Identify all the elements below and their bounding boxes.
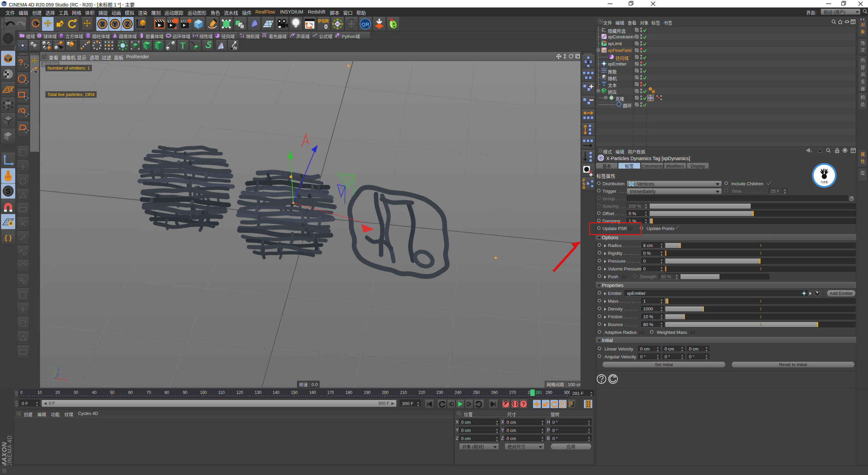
svg-text:Z: Z bbox=[58, 367, 60, 371]
svg-text:Y: Y bbox=[113, 21, 117, 28]
svg-text:PSR: PSR bbox=[318, 18, 329, 24]
svg-text:x: x bbox=[604, 78, 606, 80]
svg-text:{ }: { } bbox=[4, 234, 12, 242]
svg-text:X: X bbox=[100, 21, 104, 28]
svg-text:?: ? bbox=[18, 58, 23, 67]
svg-text:Y: Y bbox=[52, 366, 55, 369]
svg-text:行走者: 行走者 bbox=[821, 180, 828, 184]
svg-text:X: X bbox=[64, 378, 66, 382]
svg-text:T: T bbox=[180, 40, 185, 51]
svg-text:0: 0 bbox=[324, 23, 328, 30]
svg-text:P: P bbox=[561, 402, 564, 407]
svg-text:Z: Z bbox=[126, 21, 130, 28]
svg-text:S: S bbox=[6, 187, 11, 195]
svg-text:fx: fx bbox=[233, 45, 237, 51]
svg-text:R: R bbox=[583, 186, 585, 190]
svg-text:?: ? bbox=[522, 401, 525, 407]
svg-text:QR: QR bbox=[361, 21, 369, 27]
